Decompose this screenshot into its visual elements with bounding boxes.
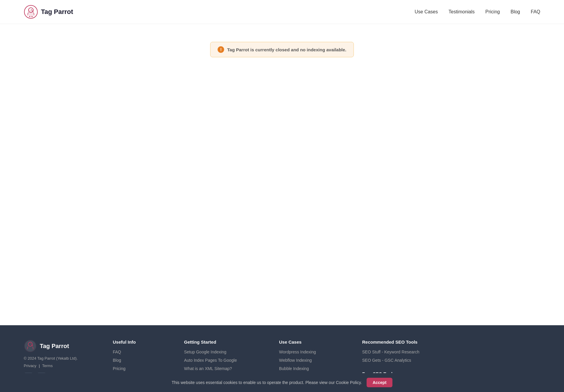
footer-link-setup-google-indexing[interactable]: Setup Google Indexing (184, 350, 226, 354)
main-nav: Use Cases Testimonials Pricing Blog FAQ (415, 9, 540, 15)
nav-use-cases[interactable]: Use Cases (415, 9, 438, 15)
logo-link[interactable]: Tag Parrot (24, 5, 73, 19)
footer-link-wordpress-indexing[interactable]: Wordpress Indexing (279, 350, 316, 354)
nav-testimonials[interactable]: Testimonials (449, 9, 475, 15)
footer-link-bubble-indexing[interactable]: Bubble Indexing (279, 366, 309, 371)
footer-link-auto-index[interactable]: Auto Index Pages To Google (184, 358, 237, 363)
svg-point-3 (31, 9, 32, 10)
footer-link-seo-gets[interactable]: SEO Gets - GSC Analytics (362, 358, 411, 363)
nav-pricing[interactable]: Pricing (485, 9, 500, 15)
footer-link-webflow-indexing[interactable]: Webflow Indexing (279, 358, 312, 363)
footer-col-use-cases-heading: Use Cases (279, 339, 350, 345)
nav-faq[interactable]: FAQ (531, 9, 540, 15)
footer-link-blog[interactable]: Blog (113, 358, 121, 363)
footer-link-seo-stuff[interactable]: SEO Stuff - Keyword Research (362, 350, 419, 354)
main-content: ! Tag Parrot is currently closed and no … (0, 24, 564, 325)
footer-logo-icon (24, 339, 37, 353)
alert-icon: ! (218, 46, 224, 53)
nav-blog[interactable]: Blog (511, 9, 520, 15)
footer-brand-name: Tag Parrot (40, 343, 69, 350)
cookie-text: This website uses essential cookies to e… (172, 380, 362, 385)
cookie-accept-button[interactable]: Accept (367, 378, 392, 387)
footer-link-faq[interactable]: FAQ (113, 350, 121, 354)
footer-link-xml-sitemap[interactable]: What is an XML Sitemap? (184, 366, 232, 371)
cookie-banner: This website uses essential cookies to e… (0, 373, 564, 392)
svg-point-4 (24, 340, 36, 352)
brand-name: Tag Parrot (41, 8, 73, 16)
footer-privacy-link[interactable]: Privacy (24, 364, 37, 368)
footer-divider: | (39, 364, 40, 368)
svg-point-6 (31, 344, 31, 345)
footer-copyright: © 2024 Tag Parrot (Yekalb Ltd). (24, 356, 101, 361)
footer-terms-link[interactable]: Terms (42, 364, 53, 368)
footer-col-getting-started-heading: Getting Started (184, 339, 267, 345)
logo-icon (24, 5, 38, 19)
alert-text: Tag Parrot is currently closed and no in… (227, 47, 346, 52)
footer-col-useful-info-heading: Useful Info (113, 339, 172, 345)
alert-banner: ! Tag Parrot is currently closed and no … (210, 42, 354, 57)
footer-col-seo-tools-heading: Recommended SEO Tools (362, 339, 445, 345)
footer-link-pricing[interactable]: Pricing (113, 366, 126, 371)
